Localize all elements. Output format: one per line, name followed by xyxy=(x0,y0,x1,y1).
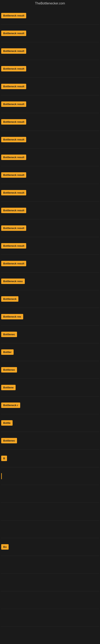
result-row[interactable]: Bottleneck result xyxy=(1,113,99,131)
bottleneck-result-badge[interactable]: Bottle xyxy=(1,420,13,426)
bottleneck-result-badge[interactable]: Bottleneck result xyxy=(1,119,26,124)
result-row[interactable] xyxy=(1,574,99,591)
result-row[interactable]: Bottleneck result xyxy=(1,7,99,24)
bottleneck-result-badge[interactable]: Bottler xyxy=(1,349,14,355)
result-row[interactable]: Bottleneck resu xyxy=(1,272,99,290)
bottleneck-result-badge[interactable]: Bottleneck result xyxy=(1,208,26,213)
result-row[interactable]: Bottleneck result xyxy=(1,255,99,272)
result-row[interactable] xyxy=(1,485,99,503)
bottleneck-result-badge[interactable]: Bottleneck result xyxy=(1,226,26,231)
result-row[interactable]: Bottleneck result xyxy=(1,148,99,166)
bottleneck-result-badge[interactable]: Bottleneck resu xyxy=(1,278,25,284)
result-row[interactable]: Bottleneck result xyxy=(1,60,99,78)
bottleneck-result-badge[interactable]: Bottleneck result xyxy=(1,66,26,72)
bottleneck-result-badge[interactable]: Bottleneck result xyxy=(1,13,26,18)
result-row[interactable]: Bottleneck r xyxy=(1,396,99,414)
bottleneck-result-badge[interactable]: Bottleneck result xyxy=(1,48,26,54)
result-row[interactable]: Bottleneck result xyxy=(1,42,99,60)
bottleneck-result-badge[interactable]: Bottleneck result xyxy=(1,102,26,107)
result-row[interactable] xyxy=(1,503,99,520)
result-row[interactable] xyxy=(1,609,99,627)
result-bar-indicator xyxy=(1,473,2,479)
result-row[interactable]: Bo xyxy=(1,538,99,556)
result-row[interactable]: Bottle xyxy=(1,414,99,432)
result-row[interactable]: Bottleneck xyxy=(1,290,99,308)
bottleneck-result-badge[interactable]: Bottlenec xyxy=(1,332,17,337)
site-title-text: TheBottlenecker.com xyxy=(35,2,65,5)
result-row[interactable]: Bottleneck result xyxy=(1,184,99,202)
result-row[interactable]: Bottleneck res xyxy=(1,308,99,326)
result-row[interactable]: Bottleneck result xyxy=(1,166,99,184)
result-row[interactable] xyxy=(1,591,99,609)
bottleneck-result-badge[interactable]: Bottleneck result xyxy=(1,84,26,89)
bottleneck-result-badge[interactable]: Bottleneck result xyxy=(1,243,26,248)
result-row[interactable]: Bottlenec xyxy=(1,432,99,450)
result-row[interactable]: Bottleneck result xyxy=(1,219,99,237)
site-title: TheBottlenecker.com xyxy=(0,0,100,7)
result-row[interactable] xyxy=(1,467,99,485)
bottleneck-result-badge[interactable]: Bottleneck res xyxy=(1,314,23,320)
result-row[interactable]: Bottlene xyxy=(1,379,99,396)
bottleneck-result-badge[interactable]: Bottleneck xyxy=(1,296,18,302)
result-row[interactable]: Bottleneck result xyxy=(1,131,99,148)
bottleneck-result-badge[interactable]: Bottleneck result xyxy=(1,30,26,36)
bottleneck-result-badge[interactable]: Bottlenec xyxy=(1,438,17,443)
bottleneck-result-badge[interactable]: Bottleneck result xyxy=(1,172,26,178)
bottleneck-result-badge[interactable]: Bottlene xyxy=(1,385,16,390)
bottleneck-result-badge[interactable]: Bottleneck result xyxy=(1,154,26,160)
result-row[interactable]: Bottleneck result xyxy=(1,78,99,96)
result-row[interactable]: Bottler xyxy=(1,343,99,361)
result-row[interactable] xyxy=(1,556,99,574)
bottleneck-result-badge[interactable]: B xyxy=(1,456,7,461)
result-row[interactable]: Bottlenec xyxy=(1,326,99,343)
result-row[interactable]: Bottleneck result xyxy=(1,96,99,113)
result-row[interactable]: B xyxy=(1,450,99,467)
bottleneck-result-badge[interactable]: Bo xyxy=(1,544,9,550)
bottleneck-result-badge[interactable]: Bottleneck result xyxy=(1,261,26,266)
result-row[interactable]: Bottlenec xyxy=(1,361,99,379)
result-row[interactable] xyxy=(1,520,99,538)
result-row[interactable]: Bottleneck result xyxy=(1,202,99,219)
results-container: Bottleneck resultBottleneck resultBottle… xyxy=(0,7,100,627)
bottleneck-result-badge[interactable]: Bottleneck result xyxy=(1,137,26,142)
bottleneck-result-badge[interactable]: Bottleneck result xyxy=(1,190,26,196)
bottleneck-result-badge[interactable]: Bottleneck r xyxy=(1,402,20,408)
bottleneck-result-badge[interactable]: Bottlenec xyxy=(1,367,17,372)
result-row[interactable]: Bottleneck result xyxy=(1,237,99,255)
result-row[interactable]: Bottleneck result xyxy=(1,24,99,42)
